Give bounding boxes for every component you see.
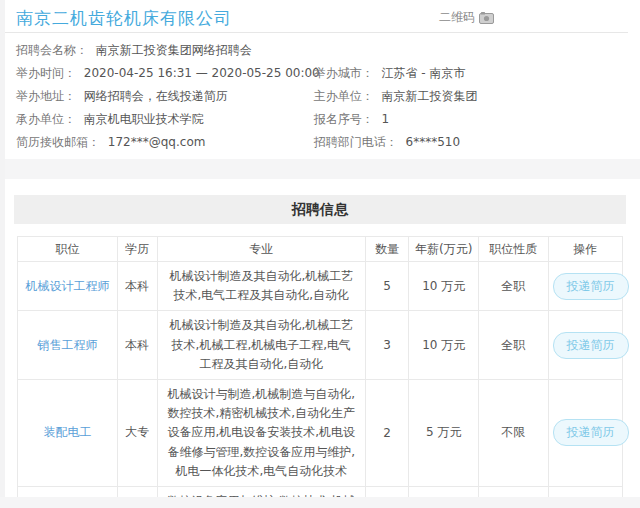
action-cell: 投递简历 [548, 311, 622, 380]
info-column-left: 举办时间： 2020-04-25 16:31 — 2020-05-25 00:0… [16, 62, 314, 154]
info-field-resume-email: 简历接收邮箱： 172***@qq.com [16, 131, 314, 154]
field-label: 承办单位： [16, 112, 76, 126]
field-value: 南京机电职业技术学院 [84, 112, 204, 126]
field-label: 简历接收邮箱： [16, 135, 100, 149]
major-cell: 机械设计制造及其自动化,机械工艺技术,电气工程及其自动化,自动化 [157, 262, 365, 311]
page-header: 南京二机齿轮机床有限公司 二维码 [5, 0, 628, 33]
table-header-row: 职位 学历 专业 数量 年薪(万元) 职位性质 操作 [18, 237, 623, 262]
bottom-band [0, 497, 640, 508]
col-header-action: 操作 [548, 237, 622, 262]
qrcode-icon [479, 12, 494, 24]
separator-band [5, 159, 640, 179]
salary-cell: 10 万元 [409, 311, 479, 380]
apply-resume-button[interactable]: 投递简历 [553, 332, 629, 359]
field-label: 报名序号： [314, 112, 374, 126]
salary-cell: 10 万元 [409, 262, 479, 311]
info-columns: 举办时间： 2020-04-25 16:31 — 2020-05-25 00:0… [16, 62, 626, 154]
field-label: 主办单位： [314, 89, 374, 103]
count-cell: 5 [365, 262, 409, 311]
position-cell: 机械设计工程师 [18, 262, 118, 311]
action-cell: 投递简历 [548, 379, 622, 486]
info-field-hr-phone: 招聘部门电话： 6****510 [314, 131, 626, 154]
col-header-salary: 年薪(万元) [409, 237, 479, 262]
info-column-right: 举办城市： 江苏省 - 南京市 主办单位： 南京新工投资集团 报名序号： 1 招… [314, 62, 626, 154]
job-type-cell: 全职 [478, 262, 548, 311]
field-value: 江苏省 - 南京市 [382, 66, 466, 80]
recruitment-page: 南京二机齿轮机床有限公司 二维码 招聘会名称： 南京新工投资集团网络招聘会 举办… [0, 0, 640, 508]
apply-resume-button[interactable]: 投递简历 [553, 419, 629, 446]
section-title: 招聘信息 [14, 195, 626, 224]
count-cell: 2 [365, 379, 409, 486]
field-value: 南京新工投资集团网络招聘会 [96, 43, 252, 57]
qrcode-toggle[interactable]: 二维码 [439, 9, 494, 26]
field-value: 6****510 [406, 135, 461, 149]
info-field-registration-no: 报名序号： 1 [314, 108, 626, 131]
job-table-body: 机械设计工程师 本科 机械设计制造及其自动化,机械工艺技术,电气工程及其自动化,… [18, 262, 623, 508]
job-type-cell: 不限 [478, 379, 548, 486]
field-label: 招聘部门电话： [314, 135, 398, 149]
fair-info-section: 招聘会名称： 南京新工投资集团网络招聘会 举办时间： 2020-04-25 16… [5, 33, 640, 154]
job-position-link[interactable]: 销售工程师 [37, 338, 97, 352]
info-field-host-unit: 主办单位： 南京新工投资集团 [314, 85, 626, 108]
field-value: 2020-04-25 16:31 — 2020-05-25 00:00 [84, 66, 320, 80]
job-table: 职位 学历 专业 数量 年薪(万元) 职位性质 操作 机械设计工程师 本科 机械… [17, 236, 623, 508]
field-value: 南京新工投资集团 [382, 89, 478, 103]
education-cell: 本科 [117, 262, 157, 311]
field-value: 172***@qq.com [108, 135, 206, 149]
education-cell: 本科 [117, 311, 157, 380]
col-header-count: 数量 [365, 237, 409, 262]
field-label: 举办时间： [16, 66, 76, 80]
table-row: 机械设计工程师 本科 机械设计制造及其自动化,机械工艺技术,电气工程及其自动化,… [18, 262, 623, 311]
field-label: 举办地址： [16, 89, 76, 103]
qrcode-label: 二维码 [439, 9, 475, 26]
apply-resume-button[interactable]: 投递简历 [553, 273, 629, 300]
field-value: 1 [382, 112, 390, 126]
job-type-cell: 全职 [478, 311, 548, 380]
salary-cell: 5 万元 [409, 379, 479, 486]
info-field-city: 举办城市： 江苏省 - 南京市 [314, 62, 626, 85]
job-position-link[interactable]: 装配电工 [43, 425, 91, 439]
table-row: 销售工程师 本科 机械设计制造及其自动化,机械工艺技术,机械工程,机械电子工程,… [18, 311, 623, 380]
col-header-education: 学历 [117, 237, 157, 262]
table-row: 装配电工 大专 机械设计与制造,机械制造与自动化,数控技术,精密机械技术,自动化… [18, 379, 623, 486]
company-name: 南京二机齿轮机床有限公司 [16, 7, 232, 29]
info-field-time: 举办时间： 2020-04-25 16:31 — 2020-05-25 00:0… [16, 62, 314, 85]
field-value: 网络招聘会，在线投递简历 [84, 89, 228, 103]
count-cell: 3 [365, 311, 409, 380]
major-cell: 机械设计与制造,机械制造与自动化,数控技术,精密机械技术,自动化生产设备应用,机… [157, 379, 365, 486]
info-field-address: 举办地址： 网络招聘会，在线投递简历 [16, 85, 314, 108]
col-header-job-type: 职位性质 [478, 237, 548, 262]
position-cell: 销售工程师 [18, 311, 118, 380]
info-field-organizer: 承办单位： 南京机电职业技术学院 [16, 108, 314, 131]
major-cell: 机械设计制造及其自动化,机械工艺技术,机械工程,机械电子工程,电气工程及其自动化… [157, 311, 365, 380]
info-field-fair-name: 招聘会名称： 南京新工投资集团网络招聘会 [16, 39, 626, 62]
col-header-position: 职位 [18, 237, 118, 262]
field-label: 招聘会名称： [16, 43, 88, 57]
action-cell: 投递简历 [548, 262, 622, 311]
col-header-major: 专业 [157, 237, 365, 262]
field-label: 举办城市： [314, 66, 374, 80]
position-cell: 装配电工 [18, 379, 118, 486]
job-position-link[interactable]: 机械设计工程师 [25, 279, 109, 293]
education-cell: 大专 [117, 379, 157, 486]
